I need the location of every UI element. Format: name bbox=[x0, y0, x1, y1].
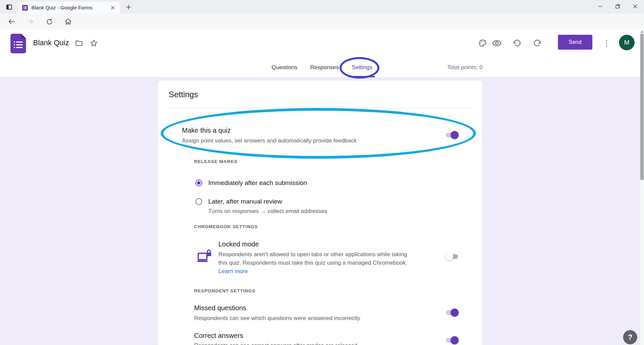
locked-mode-description-text: Respondents aren't allowed to open tabs … bbox=[218, 251, 407, 266]
locked-mode-title: Locked mode bbox=[218, 240, 259, 248]
toggle-thumb bbox=[451, 336, 459, 344]
minimize-icon bbox=[598, 4, 602, 9]
quiz-toggle-description: Assign point values, set answers and aut… bbox=[182, 137, 357, 144]
total-points-label: Total points: 0 bbox=[447, 64, 483, 71]
radio-later[interactable] bbox=[195, 198, 202, 205]
correct-answers-toggle[interactable] bbox=[445, 336, 459, 344]
forward-arrow-icon bbox=[27, 18, 34, 25]
toggle-thumb bbox=[445, 253, 453, 261]
plus-icon bbox=[126, 4, 131, 10]
move-to-folder-button[interactable] bbox=[72, 36, 86, 51]
home-icon bbox=[64, 18, 72, 25]
locked-mode-toggle[interactable] bbox=[445, 253, 459, 261]
home-button[interactable] bbox=[62, 16, 74, 27]
star-icon bbox=[89, 39, 98, 48]
radio-immediately[interactable] bbox=[195, 180, 202, 186]
preview-button[interactable] bbox=[489, 36, 504, 51]
google-forms-logo-icon[interactable] bbox=[10, 33, 26, 54]
forms-tab-bar: Questions Responses Settings Total point… bbox=[0, 57, 644, 77]
window-controls bbox=[591, 0, 644, 13]
learn-more-link[interactable]: Learn more bbox=[218, 268, 248, 274]
screen: Blank Quiz - Google Forms h bbox=[0, 0, 644, 345]
tab-close-button[interactable] bbox=[109, 4, 116, 11]
scrollbar-up-arrow-icon[interactable] bbox=[641, 31, 643, 33]
radio-later-label: Later, after manual review bbox=[208, 198, 282, 205]
google-forms-favicon bbox=[22, 5, 28, 11]
locked-mode-laptop-icon bbox=[197, 249, 213, 263]
account-avatar[interactable]: M bbox=[619, 35, 635, 50]
radio-later-note: Turns on responses → collect email addre… bbox=[208, 208, 327, 215]
tab-title: Blank Quiz - Google Forms bbox=[31, 5, 109, 10]
back-button[interactable] bbox=[5, 16, 18, 27]
close-icon bbox=[111, 6, 115, 10]
folder-icon bbox=[75, 39, 83, 47]
chromebook-settings-header: CHROMEBOOK SETTINGS bbox=[194, 224, 258, 229]
back-arrow-icon bbox=[8, 18, 15, 25]
close-icon bbox=[633, 4, 638, 9]
locked-mode-description: Respondents aren't allowed to open tabs … bbox=[218, 250, 411, 275]
browser-tab-strip: Blank Quiz - Google Forms bbox=[0, 0, 644, 14]
settings-card: Settings Make this a quiz Assign point v… bbox=[158, 80, 483, 345]
settings-heading: Settings bbox=[169, 90, 198, 99]
missed-questions-description: Respondents can see which questions were… bbox=[194, 315, 360, 322]
tab-responses[interactable]: Responses bbox=[310, 57, 339, 77]
correct-answers-description: Respondents can see correct answers afte… bbox=[194, 342, 357, 345]
release-marks-header: RELEASE MARKS bbox=[194, 159, 238, 164]
vertical-tabs-icon bbox=[6, 4, 12, 10]
star-form-button[interactable] bbox=[86, 36, 101, 51]
respondent-settings-header: RESPONDENT SETTINGS bbox=[194, 288, 256, 293]
scrollbar-thumb[interactable] bbox=[640, 34, 644, 180]
quiz-toggle[interactable] bbox=[445, 131, 459, 139]
redo-icon bbox=[533, 39, 542, 48]
forward-button[interactable] bbox=[24, 16, 36, 27]
browser-tab[interactable]: Blank Quiz - Google Forms bbox=[19, 2, 120, 14]
undo-icon bbox=[513, 39, 521, 48]
vertical-dots-icon bbox=[603, 40, 610, 47]
refresh-button[interactable] bbox=[43, 16, 55, 27]
tab-questions[interactable]: Questions bbox=[271, 57, 297, 77]
form-title[interactable]: Blank Quiz bbox=[33, 38, 69, 47]
missed-questions-toggle[interactable] bbox=[445, 309, 459, 317]
eye-icon bbox=[492, 38, 502, 48]
missed-questions-title: Missed questions bbox=[194, 304, 246, 312]
radio-immediately-label: Immediately after each submission bbox=[208, 179, 307, 187]
browser-toolbar: https://docs.google.com/forms/d/1OKCFcL-… bbox=[0, 14, 644, 30]
tab-settings[interactable]: Settings bbox=[352, 57, 372, 77]
restore-icon bbox=[615, 4, 620, 9]
window-close-button[interactable] bbox=[626, 0, 644, 13]
toggle-thumb bbox=[451, 309, 459, 317]
toggle-thumb bbox=[451, 131, 459, 139]
divider bbox=[169, 108, 472, 108]
palette-icon bbox=[478, 39, 487, 48]
new-tab-button[interactable] bbox=[124, 3, 133, 11]
send-button[interactable]: Send bbox=[558, 35, 592, 50]
window-minimize-button[interactable] bbox=[591, 0, 609, 13]
customize-theme-button[interactable] bbox=[475, 36, 490, 51]
quiz-toggle-title: Make this a quiz bbox=[182, 127, 231, 134]
refresh-icon bbox=[46, 18, 53, 25]
forms-header: Blank Quiz Send M bbox=[0, 30, 644, 57]
correct-answers-title: Correct answers bbox=[194, 332, 243, 340]
undo-button[interactable] bbox=[510, 36, 525, 51]
help-button[interactable]: ? bbox=[623, 330, 637, 344]
redo-button[interactable] bbox=[530, 36, 545, 51]
window-restore-button[interactable] bbox=[609, 0, 626, 13]
more-options-button[interactable] bbox=[599, 36, 614, 51]
tab-actions-menu-button[interactable] bbox=[4, 2, 14, 11]
